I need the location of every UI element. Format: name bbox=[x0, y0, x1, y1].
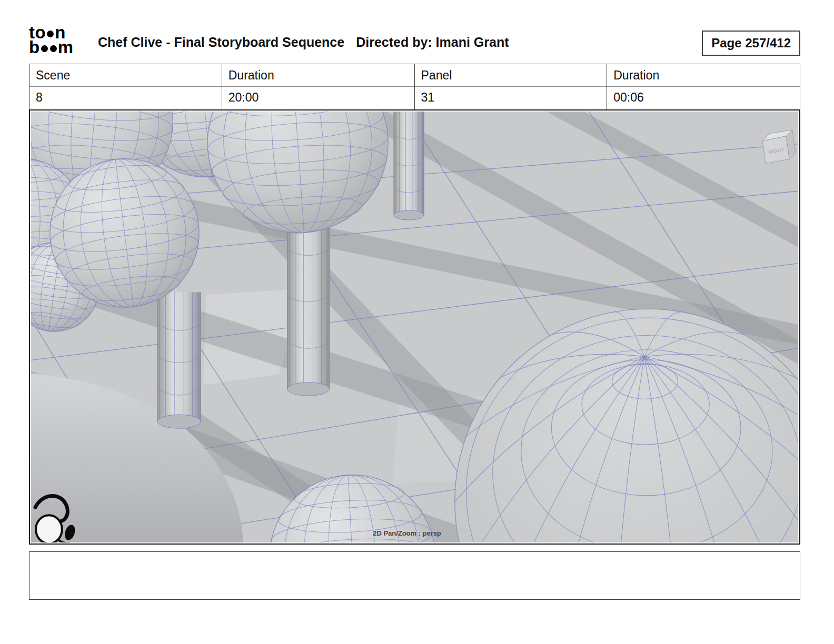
document-title: Chef Clive - Final Storyboard Sequence bbox=[98, 35, 344, 50]
storyboard-panel-image: 2D Pan/Zoom : persp RIGHT bbox=[31, 112, 798, 542]
info-cell-value: 00:06 bbox=[607, 87, 800, 109]
logo-dot-icon bbox=[47, 31, 54, 37]
directed-by-label: Directed by: Imani Grant bbox=[356, 35, 509, 50]
panel-info-table: Scene 8 Duration 20:00 Panel 31 Duration… bbox=[29, 64, 800, 110]
info-cell-panel: Panel 31 bbox=[415, 64, 608, 109]
logo-text: m bbox=[58, 37, 74, 57]
toonboom-logo: to n b m bbox=[29, 25, 74, 55]
info-cell-label: Scene bbox=[29, 64, 222, 87]
storyboard-panel-frame: 2D Pan/Zoom : persp RIGHT bbox=[29, 109, 800, 545]
info-cell-duration-scene: Duration 20:00 bbox=[222, 64, 415, 109]
logo-text: b bbox=[29, 37, 40, 57]
info-cell-label: Panel bbox=[415, 64, 607, 87]
info-cell-label: Duration bbox=[222, 64, 414, 87]
viewport-overlay-label: 2D Pan/Zoom : persp bbox=[373, 529, 441, 537]
info-cell-value: 20:00 bbox=[222, 87, 414, 109]
logo-dot-icon bbox=[50, 45, 57, 52]
info-cell-value: 31 bbox=[415, 87, 607, 109]
logo-dot-icon bbox=[41, 45, 48, 52]
info-cell-duration-panel: Duration 00:06 bbox=[607, 64, 800, 109]
logo-line-2: b m bbox=[29, 40, 74, 55]
page-number-badge: Page 257/412 bbox=[702, 31, 800, 56]
info-cell-scene: Scene 8 bbox=[29, 64, 222, 109]
info-cell-label: Duration bbox=[607, 64, 800, 87]
info-cell-value: 8 bbox=[29, 87, 222, 109]
caption-box bbox=[29, 551, 800, 600]
